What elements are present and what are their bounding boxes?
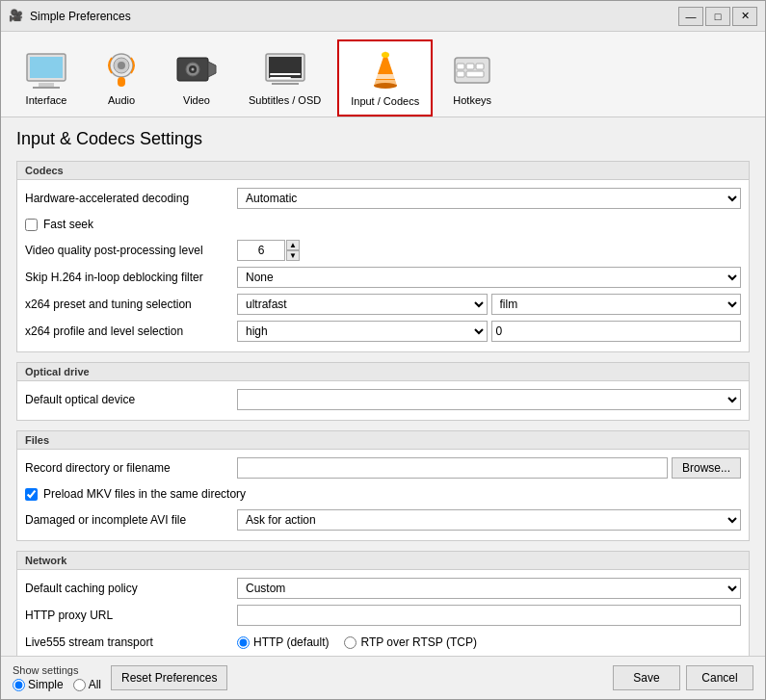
hotkeys-icon <box>449 46 495 92</box>
simple-radio[interactable] <box>13 679 25 691</box>
optical-section: Optical drive Default optical device <box>16 362 750 421</box>
svg-rect-1 <box>30 57 63 78</box>
x264-level-input[interactable] <box>491 321 742 342</box>
interface-icon <box>23 46 69 92</box>
proxy-row: HTTP proxy URL <box>25 603 741 628</box>
skip-h264-control: None Non-ref Bidirectional Non-key All <box>237 267 741 288</box>
optical-device-select[interactable] <box>237 389 741 410</box>
x264-preset-control: ultrafast superfast veryfast faster fast… <box>237 294 741 315</box>
all-radio[interactable] <box>73 679 86 691</box>
svg-point-23 <box>382 52 389 58</box>
svg-rect-16 <box>270 77 291 79</box>
caching-select[interactable]: Custom Lowest latency Low latency Normal… <box>237 578 741 599</box>
save-button[interactable]: Save <box>613 665 680 690</box>
action-buttons: Save Cancel <box>613 665 753 690</box>
fast-seek-checkbox[interactable] <box>25 219 38 231</box>
subtitles-icon <box>262 46 308 92</box>
input-icon <box>362 47 409 93</box>
record-input[interactable] <box>237 457 668 479</box>
caching-control: Custom Lowest latency Low latency Normal… <box>237 578 741 599</box>
http-radio[interactable] <box>237 636 250 649</box>
rtp-radio-label[interactable]: RTP over RTSP (TCP) <box>344 635 476 649</box>
nav-input[interactable]: Input / Codecs <box>337 39 433 117</box>
codecs-section: Codecs Hardware-accelerated decoding Aut… <box>16 161 750 352</box>
skip-h264-select[interactable]: None Non-ref Bidirectional Non-key All <box>237 267 741 288</box>
rtp-radio[interactable] <box>344 636 357 649</box>
damaged-label: Damaged or incomplete AVI file <box>25 513 237 527</box>
rtp-radio-text: RTP over RTSP (TCP) <box>360 635 476 649</box>
window-title: Simple Preferences <box>30 10 678 23</box>
record-control: Browse... <box>237 457 741 479</box>
vq-increment-btn[interactable]: ▲ <box>286 240 300 250</box>
skip-h264-label: Skip H.264 in-loop deblocking filter <box>25 271 237 284</box>
audio-label: Audio <box>108 94 135 106</box>
vq-input[interactable] <box>237 240 285 261</box>
optical-device-label: Default optical device <box>25 393 237 406</box>
x264-profile-row: x264 profile and level selection baselin… <box>25 319 741 344</box>
hw-decoding-row: Hardware-accelerated decoding Automatic … <box>25 186 741 211</box>
svg-rect-20 <box>374 74 397 79</box>
proxy-input[interactable] <box>237 605 741 626</box>
hw-decoding-control: Automatic DirectX VA 2.0 (DXVA2) NVIDIA … <box>237 188 741 209</box>
x264-profile-control: baseline main high <box>237 321 741 342</box>
nav-video[interactable]: Video <box>161 39 232 117</box>
vq-label: Video quality post-processing level <box>25 244 237 257</box>
x264-preset-row: x264 preset and tuning selection ultrafa… <box>25 292 741 317</box>
svg-point-12 <box>192 68 195 71</box>
x264-preset-select[interactable]: ultrafast superfast veryfast faster fast… <box>237 294 488 315</box>
svg-rect-26 <box>466 64 474 69</box>
vq-decrement-btn[interactable]: ▼ <box>286 250 300 261</box>
x264-profile-label: x264 profile and level selection <box>25 324 237 338</box>
optical-body: Default optical device <box>17 381 749 420</box>
svg-rect-3 <box>33 87 60 89</box>
network-header: Network <box>17 552 749 570</box>
all-radio-label[interactable]: All <box>73 678 101 691</box>
http-radio-label[interactable]: HTTP (default) <box>237 635 329 649</box>
nav-subtitles[interactable]: Subtitles / OSD <box>236 39 333 117</box>
minimize-button[interactable]: — <box>678 7 703 26</box>
optical-header: Optical drive <box>17 363 749 381</box>
simple-radio-label[interactable]: Simple <box>13 678 64 691</box>
subtitles-label: Subtitles / OSD <box>249 94 321 106</box>
fast-seek-row: Fast seek <box>25 213 741 236</box>
svg-rect-15 <box>270 73 301 75</box>
nav-audio[interactable]: Audio <box>86 39 157 117</box>
optical-device-control <box>237 389 741 410</box>
video-icon <box>173 46 220 92</box>
vq-spinbox: ▲ ▼ <box>237 240 300 261</box>
nav-interface[interactable]: Interface <box>11 39 82 117</box>
svg-point-22 <box>374 83 397 89</box>
nav-hotkeys[interactable]: Hotkeys <box>436 39 508 117</box>
codecs-header: Codecs <box>17 162 749 180</box>
simple-radio-text: Simple <box>28 678 64 691</box>
files-body: Record directory or filename Browse... P… <box>17 450 749 540</box>
codecs-body: Hardware-accelerated decoding Automatic … <box>17 180 749 351</box>
http-radio-text: HTTP (default) <box>253 635 329 649</box>
svg-rect-28 <box>457 71 464 77</box>
reset-button[interactable]: Reset Preferences <box>111 665 227 690</box>
navigation-bar: Interface Audio <box>1 32 765 117</box>
svg-rect-25 <box>457 64 464 69</box>
show-settings-group: Show settings Simple All <box>13 664 101 691</box>
hw-decoding-label: Hardware-accelerated decoding <box>25 192 237 205</box>
stream-radio-group: HTTP (default) RTP over RTSP (TCP) <box>237 635 477 649</box>
page-title: Input & Codecs Settings <box>16 129 750 149</box>
all-radio-text: All <box>89 678 101 691</box>
app-icon: 🎥 <box>9 9 24 24</box>
browse-button[interactable]: Browse... <box>672 457 741 479</box>
close-button[interactable]: ✕ <box>732 7 757 26</box>
hw-decoding-select[interactable]: Automatic DirectX VA 2.0 (DXVA2) NVIDIA … <box>237 188 741 209</box>
preload-checkbox[interactable] <box>25 488 38 501</box>
svg-rect-29 <box>466 71 484 77</box>
maximize-button[interactable]: □ <box>705 7 730 26</box>
title-bar: 🎥 Simple Preferences — □ ✕ <box>1 1 765 32</box>
svg-rect-2 <box>39 83 54 87</box>
bottom-bar: Show settings Simple All Reset Preferenc… <box>1 656 765 699</box>
x264-tuning-select[interactable]: film animation grain stillimage psnr ssi… <box>491 294 742 315</box>
vq-row: Video quality post-processing level ▲ ▼ <box>25 238 741 263</box>
x264-profile-select[interactable]: baseline main high <box>237 321 488 342</box>
record-label: Record directory or filename <box>25 461 237 475</box>
proxy-control <box>237 605 741 626</box>
damaged-select[interactable]: Ask for action Always fix Never fix Igno… <box>237 509 741 531</box>
cancel-button[interactable]: Cancel <box>686 665 753 690</box>
